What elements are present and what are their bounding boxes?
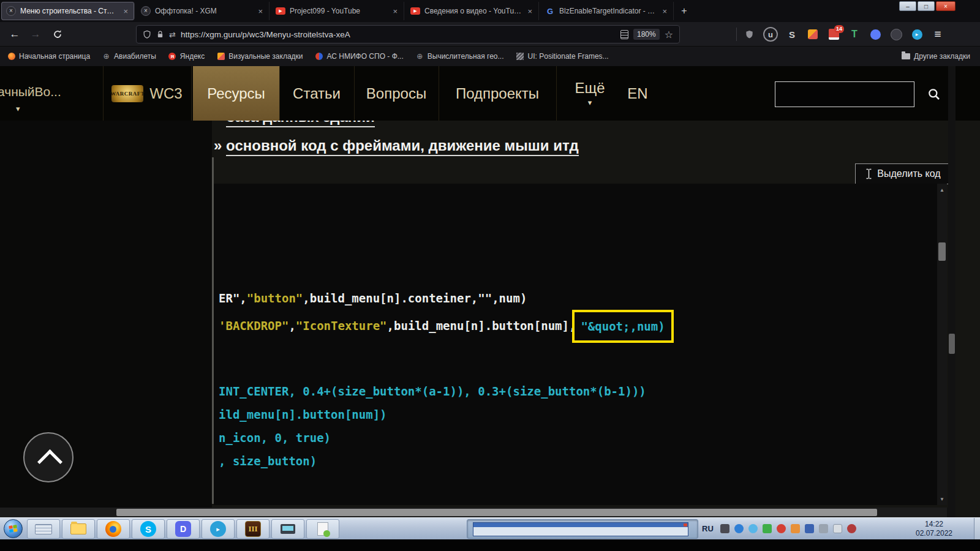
tray-icon[interactable] [777, 524, 786, 533]
nav-more[interactable]: Ещё ▾ [564, 66, 616, 121]
horizontal-scrollbar-thumb[interactable] [116, 509, 877, 516]
bookmark-visual-bookmarks[interactable]: Визуальные закладки [217, 52, 303, 61]
nav-language[interactable]: EN [616, 66, 659, 121]
tab-close-icon[interactable]: × [122, 7, 129, 16]
nav-questions[interactable]: Вопросы [354, 66, 439, 121]
taskbar-discord[interactable]: D [167, 519, 200, 539]
bookmark-avia[interactable]: ⊕ Авиабилеты [102, 52, 156, 61]
taskbar-onscreen-keyboard[interactable] [27, 519, 60, 539]
url-text[interactable]: https://xgm.guru/p/wc3/Menyu-stroitelstv… [181, 30, 616, 39]
visual-bookmarks-icon [217, 53, 225, 61]
scroll-up-arrow-icon[interactable]: ▲ [937, 185, 947, 195]
taskbar-firefox[interactable] [97, 519, 130, 539]
clock-time: 14:22 [908, 520, 960, 529]
taskbar-skype[interactable]: S [132, 519, 165, 539]
reader-mode-icon[interactable] [620, 30, 628, 39]
s-extension-icon[interactable]: S [785, 28, 799, 41]
tray-icon[interactable] [763, 524, 772, 533]
tab-project099[interactable]: ▶ Project099 - YouTube × [271, 2, 404, 20]
vertical-scrollbar-thumb[interactable] [949, 334, 955, 354]
address-bar[interactable]: ⇄ https://xgm.guru/p/wc3/Menyu-stroitels… [136, 25, 680, 43]
lock-icon[interactable] [156, 30, 164, 39]
volume-icon[interactable] [819, 524, 828, 533]
nav-subprojects[interactable]: Подпроекты [439, 66, 556, 121]
tampermonkey-extension-icon[interactable]: T [848, 28, 861, 41]
back-button[interactable]: ← [6, 26, 23, 43]
mastodon-extension-icon[interactable] [869, 28, 882, 41]
screen-bottom-strip [0, 539, 980, 551]
site-logo[interactable]: WARCRAFT WC3 [103, 66, 191, 121]
tab-offtopka[interactable]: × Оффтопка! - XGM × [136, 2, 270, 20]
browser-toolbar: ← → ⇄ https://xgm.guru/p/wc3/Menyu-stroi… [0, 22, 980, 47]
bookmark-as-nmifo[interactable]: АС НМИФО СПО - Ф... [315, 52, 404, 61]
tab-close-icon[interactable]: × [391, 7, 399, 16]
bookmark-home[interactable]: Начальная страница [7, 52, 90, 61]
nav-articles[interactable]: Статьи [279, 66, 354, 121]
scroll-to-top-button[interactable] [23, 432, 74, 482]
zoom-level-indicator[interactable]: 180% [633, 29, 660, 40]
bookmark-ui-positionate[interactable]: UI: Positionate Frames... [516, 52, 609, 61]
tab-blz-search[interactable]: G BlzEnableTargetIndicator - Пои × [540, 2, 674, 20]
code-block[interactable]: ER","button",build_menu[n].conteiner,"",… [214, 184, 947, 505]
bookmark-yandex[interactable]: Я Яндекс [168, 52, 205, 61]
section-heading-main-code[interactable]: » основной код с фреймами, движение мыши… [214, 137, 579, 154]
taskbar-warcraft3[interactable]: III [236, 519, 270, 539]
user-menu[interactable]: ачныйВо... ▾ [0, 66, 103, 121]
heading-marker: » [214, 121, 222, 125]
network-icon[interactable] [833, 524, 842, 533]
tray-icon[interactable] [748, 524, 758, 533]
tray-icon[interactable] [847, 524, 856, 533]
visual-bookmarks-extension-icon[interactable] [806, 28, 820, 41]
site-search-input[interactable] [775, 82, 914, 107]
start-button[interactable] [4, 519, 23, 538]
taskbar-active-window-button[interactable] [467, 519, 698, 539]
telegram-extension-icon[interactable]: ▸ [910, 28, 924, 41]
discord-icon: D [175, 521, 191, 537]
other-bookmarks-button[interactable]: Другие закладки [902, 47, 970, 66]
tab-close-icon[interactable]: × [526, 7, 533, 16]
tray-icon[interactable] [805, 524, 814, 533]
tab-close-icon[interactable]: × [661, 7, 668, 16]
tab-video-info[interactable]: ▶ Сведения о видео - YouTube St × [405, 2, 539, 20]
tracking-protection-shield-icon[interactable] [143, 30, 151, 39]
tab-title: Project099 - YouTube [290, 7, 387, 15]
window-minimize-button[interactable]: – [899, 1, 916, 11]
tab-close-icon[interactable]: × [257, 7, 264, 16]
bookmark-star-icon[interactable]: ☆ [665, 29, 673, 40]
taskbar-clock[interactable]: 14:22 02.07.2022 [908, 520, 960, 538]
dark-extension-icon[interactable] [889, 28, 903, 41]
forward-button: → [27, 26, 44, 43]
window-close-button[interactable]: × [936, 1, 956, 11]
taskbar-notepad[interactable] [306, 519, 339, 539]
nav-resources[interactable]: Ресурсы [193, 66, 279, 121]
code-scrollbar[interactable]: ▲ ▼ [937, 184, 947, 505]
pocket-extension-icon[interactable] [742, 28, 756, 41]
tab-title: Оффтопка! - XGM [155, 7, 252, 15]
taskbar-explorer[interactable] [62, 519, 95, 539]
ublock-extension-icon[interactable]: u [763, 27, 778, 42]
section-heading-clipped[interactable]: » база данных зданий [214, 121, 375, 126]
scroll-down-arrow-icon[interactable]: ▼ [937, 494, 947, 504]
bookmark-comp-geo[interactable]: ⊕ Вычислительная гео... [416, 52, 504, 61]
tab-menu-stroitelstva[interactable]: × Меню строительства - Статьи × [1, 2, 135, 20]
window-maximize-button[interactable]: □ [918, 1, 935, 11]
taskbar-remote-desktop[interactable] [271, 519, 304, 539]
code-line: INT_CENTER, 0.4+(size_button*(a-1)), 0.3… [219, 380, 937, 403]
vertical-scrollbar[interactable] [948, 66, 956, 508]
show-desktop-button[interactable] [974, 518, 980, 540]
logo-text: WC3 [149, 85, 182, 102]
language-indicator[interactable]: RU [702, 524, 714, 533]
permissions-icon[interactable]: ⇄ [169, 30, 176, 39]
tray-icon[interactable] [720, 524, 729, 533]
reload-button[interactable] [49, 26, 66, 43]
code-scrollbar-thumb[interactable] [938, 242, 946, 261]
horizontal-scrollbar[interactable] [0, 508, 947, 517]
search-button[interactable] [920, 81, 948, 107]
new-tab-button[interactable]: + [676, 4, 692, 18]
tray-icon[interactable] [734, 524, 744, 533]
menu-icon[interactable]: ≡ [931, 28, 944, 41]
taskbar-telegram[interactable]: ▸ [202, 519, 235, 539]
select-code-button[interactable]: Выделить код [855, 163, 951, 184]
mail-extension-icon[interactable]: 14 [827, 28, 840, 41]
tray-icon[interactable] [791, 524, 800, 533]
